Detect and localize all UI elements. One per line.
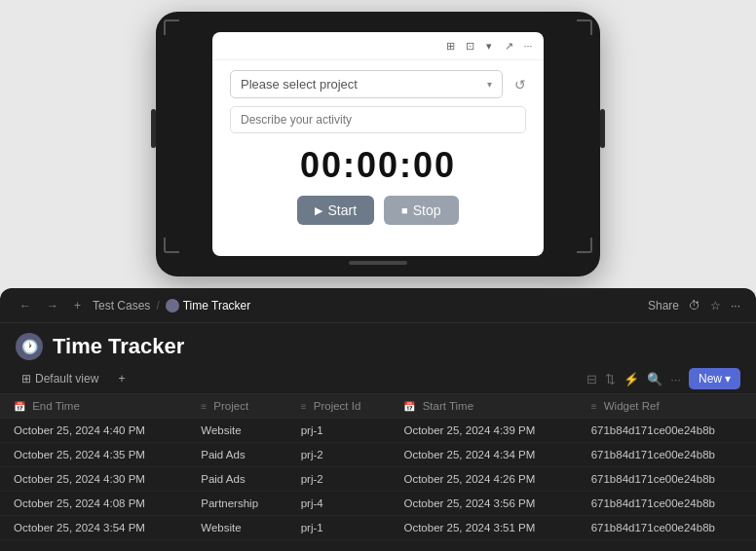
- table-cell: prj-1: [287, 419, 391, 443]
- table-header-row: 📅 End Time ≡ Project ≡ Project Id 📅 Star…: [0, 394, 756, 419]
- history-button[interactable]: ↺: [514, 77, 526, 92]
- history-icon[interactable]: ⏱: [689, 299, 700, 312]
- bottom-panel: ← → + Test Cases / Time Tracker Share ⏱ …: [0, 288, 756, 551]
- timer-controls: ▶ Start ■ Stop: [297, 196, 458, 225]
- dropdown-icon[interactable]: ▾: [481, 38, 497, 54]
- activity-input[interactable]: [230, 106, 526, 133]
- table-row[interactable]: October 25, 2024 4:08 PMPartnershipprj-4…: [0, 492, 756, 516]
- list-icon: ≡: [201, 401, 207, 412]
- filter-icon[interactable]: ⊟: [586, 372, 597, 386]
- grid-icon[interactable]: ⊞: [442, 38, 458, 54]
- breadcrumb-test-cases[interactable]: Test Cases: [93, 299, 150, 312]
- default-view-button[interactable]: ⊞ Default view: [16, 369, 104, 388]
- project-row: Please select project ▾ ↺: [230, 70, 526, 98]
- view-controls-right: ⊟ ⇅ ⚡ 🔍 ··· New ▾: [586, 368, 740, 389]
- tablet-corner-tr: [577, 19, 592, 35]
- share-button[interactable]: Share: [648, 299, 679, 312]
- tablet-corner-tl: [164, 19, 179, 35]
- timer-display: 00:00:00: [300, 145, 456, 186]
- table-icon: ⊞: [21, 372, 31, 386]
- panel-title: Time Tracker: [53, 334, 184, 359]
- table-row[interactable]: October 25, 2024 3:54 PMWebsiteprj-1Octo…: [0, 516, 756, 540]
- list-icon-3: ≡: [591, 401, 597, 412]
- table-cell: 671b84d171ce00e24b8b: [578, 492, 756, 516]
- table-cell: Website: [187, 419, 286, 443]
- more-options-icon[interactable]: ···: [731, 299, 740, 312]
- forward-button[interactable]: →: [43, 297, 62, 314]
- table-cell: October 25, 2024 4:30 PM: [0, 467, 187, 492]
- more-toolbar-icon[interactable]: ···: [670, 372, 681, 386]
- table-container: 📅 End Time ≡ Project ≡ Project Id 📅 Star…: [0, 394, 756, 540]
- tablet-corner-br: [577, 238, 592, 253]
- table-cell: prj-4: [287, 492, 391, 516]
- breadcrumb: Test Cases / Time Tracker: [93, 299, 250, 312]
- breadcrumb-sep: /: [156, 299, 159, 312]
- table-cell: October 25, 2024 4:40 PM: [0, 419, 187, 443]
- more-icon[interactable]: ···: [520, 38, 536, 54]
- table-cell: October 25, 2024 4:35 PM: [0, 443, 187, 467]
- breadcrumb-time-tracker: Time Tracker: [166, 299, 251, 312]
- star-icon[interactable]: ☆: [710, 299, 721, 312]
- clock-icon: 🕐: [16, 333, 43, 360]
- col-project-id: ≡ Project Id: [287, 394, 391, 419]
- panel-topbar: ← → + Test Cases / Time Tracker Share ⏱ …: [0, 288, 756, 323]
- widget-body: Please select project ▾ ↺ 00:00:00 ▶ Sta…: [212, 60, 544, 235]
- table-cell: 671b84d171ce00e24b8b: [578, 419, 756, 443]
- sort-icon[interactable]: ⇅: [605, 372, 616, 386]
- table-cell: October 25, 2024 4:34 PM: [390, 443, 577, 467]
- panel-title-row: 🕐 Time Tracker: [0, 323, 756, 364]
- table-cell: 671b84d171ce00e24b8b: [578, 443, 756, 467]
- table-cell: October 25, 2024 3:54 PM: [0, 516, 187, 540]
- start-label: Start: [327, 202, 357, 218]
- back-button[interactable]: ←: [16, 297, 35, 314]
- widget-topbar: ⊞ ⊡ ▾ ↗ ···: [212, 32, 544, 60]
- tablet-right-button: [600, 109, 605, 148]
- tablet-home-bar: [349, 261, 407, 265]
- view-controls: ⊞ Default view + ⊟ ⇅ ⚡ 🔍 ··· New ▾: [0, 364, 756, 394]
- tracker-dot-icon: [166, 299, 179, 312]
- table-cell: October 25, 2024 3:51 PM: [390, 516, 577, 540]
- project-select[interactable]: Please select project ▾: [230, 70, 503, 98]
- col-end-time: 📅 End Time: [0, 394, 187, 419]
- lightning-icon[interactable]: ⚡: [624, 372, 639, 386]
- expand-icon[interactable]: ⊡: [462, 38, 477, 54]
- stop-label: Stop: [413, 202, 441, 218]
- data-table: 📅 End Time ≡ Project ≡ Project Id 📅 Star…: [0, 394, 756, 540]
- table-row[interactable]: October 25, 2024 4:40 PMWebsiteprj-1Octo…: [0, 419, 756, 443]
- col-project: ≡ Project: [187, 394, 286, 419]
- project-select-label: Please select project: [241, 77, 358, 92]
- add-view-button[interactable]: +: [112, 369, 131, 388]
- table-cell: 671b84d171ce00e24b8b: [578, 467, 756, 492]
- col-widget-ref: ≡ Widget Ref: [578, 394, 756, 419]
- table-cell: October 25, 2024 3:56 PM: [390, 492, 577, 516]
- add-nav-button[interactable]: +: [70, 297, 85, 314]
- calendar-icon-2: 📅: [403, 401, 415, 412]
- list-icon-2: ≡: [301, 401, 307, 412]
- search-icon[interactable]: 🔍: [647, 372, 662, 386]
- table-cell: prj-2: [287, 467, 391, 492]
- new-button[interactable]: New ▾: [689, 368, 740, 389]
- table-cell: October 25, 2024 4:39 PM: [390, 419, 577, 443]
- table-cell: Website: [187, 516, 286, 540]
- tablet-left-button: [151, 109, 156, 148]
- table-cell: October 25, 2024 4:08 PM: [0, 492, 187, 516]
- table-row[interactable]: October 25, 2024 4:30 PMPaid Adsprj-2Oct…: [0, 467, 756, 492]
- stop-button[interactable]: ■ Stop: [384, 196, 458, 225]
- table-cell: prj-2: [287, 443, 391, 467]
- play-icon: ▶: [315, 204, 322, 217]
- panel-actions: Share ⏱ ☆ ···: [648, 299, 740, 312]
- external-link-icon[interactable]: ↗: [501, 38, 516, 54]
- table-cell: Paid Ads: [187, 467, 286, 492]
- tablet-corner-bl: [164, 238, 179, 253]
- table-row[interactable]: October 25, 2024 4:35 PMPaid Adsprj-2Oct…: [0, 443, 756, 467]
- table-body: October 25, 2024 4:40 PMWebsiteprj-1Octo…: [0, 419, 756, 540]
- calendar-icon: 📅: [14, 401, 25, 412]
- tablet-device: ⊞ ⊡ ▾ ↗ ··· Please select project ▾ ↺ 00…: [156, 12, 600, 276]
- stop-icon: ■: [401, 204, 408, 216]
- table-cell: prj-1: [287, 516, 391, 540]
- table-cell: 671b84d171ce00e24b8b: [578, 516, 756, 540]
- table-cell: Partnership: [187, 492, 286, 516]
- col-start-time: 📅 Start Time: [390, 394, 577, 419]
- start-button[interactable]: ▶ Start: [297, 196, 374, 225]
- chevron-down-icon: ▾: [487, 79, 492, 90]
